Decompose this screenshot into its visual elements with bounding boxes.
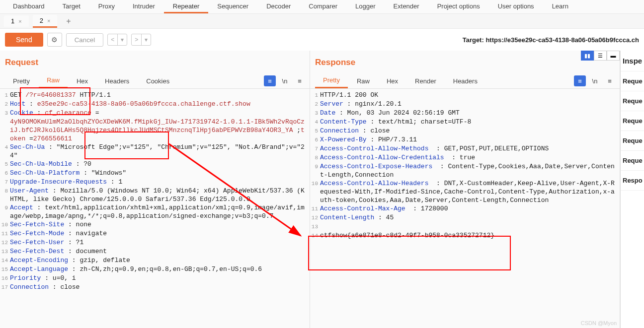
send-button[interactable]: Send bbox=[5, 33, 43, 47]
view-tab-headers[interactable]: Headers bbox=[97, 74, 137, 88]
request-editor[interactable]: 1GET /?r=646081337 HTTP/1.12Host : e35ee… bbox=[0, 89, 310, 328]
chevron-down-icon: ▾ bbox=[118, 34, 127, 45]
inspector-section[interactable]: Reque bbox=[621, 111, 644, 131]
add-tab-button[interactable]: + bbox=[63, 17, 74, 26]
line-number: 14 bbox=[310, 231, 320, 240]
line-number: 3 bbox=[310, 109, 320, 118]
line-text: Accept : text/html,application/xhtml+xml… bbox=[10, 203, 310, 220]
line-text: Sec-Fetch-User : ?1 bbox=[10, 238, 310, 247]
layout-toggles: ▮▮ ☰ ▬ bbox=[581, 51, 620, 61]
line-text: Connection : close bbox=[10, 283, 310, 292]
code-line: 14Accept-Encoding : gzip, deflate bbox=[0, 256, 310, 265]
line-number: 4 bbox=[0, 143, 10, 160]
line-number: 4 bbox=[310, 118, 320, 127]
line-text: Access-Control-Allow-Credentials : true bbox=[320, 153, 620, 162]
main-split: Request PrettyRawHexHeadersCookies≡\n≡ 1… bbox=[0, 51, 644, 328]
main-tab-extender[interactable]: Extender bbox=[385, 0, 428, 13]
line-text: Content-Length : 45 bbox=[320, 213, 620, 222]
main-tab-project-options[interactable]: Project options bbox=[428, 0, 489, 13]
main-tab-user-options[interactable]: User options bbox=[489, 0, 543, 13]
layout-single-icon[interactable]: ▬ bbox=[607, 51, 620, 61]
newline-icon[interactable]: \n bbox=[589, 75, 601, 86]
code-line: 3Date : Mon, 03 Jun 2024 02:56:19 GMT bbox=[310, 109, 620, 118]
inspector-panel: InspeRequeRequeRequeRequeRequeRespo bbox=[620, 51, 644, 328]
main-tab-decoder[interactable]: Decoder bbox=[257, 0, 300, 13]
view-tab-raw[interactable]: Raw bbox=[39, 73, 68, 88]
inspector-section[interactable]: Inspe bbox=[621, 51, 644, 71]
main-tab-repeater[interactable]: Repeater bbox=[164, 0, 208, 13]
view-tab-raw[interactable]: Raw bbox=[349, 74, 378, 88]
line-text: ctfshow{a6e871e8-c8d2-49f7-b958-0ca33527… bbox=[320, 231, 620, 240]
line-number: 9 bbox=[0, 203, 10, 220]
history-back-group[interactable]: < ▾ bbox=[107, 34, 127, 46]
line-number: 1 bbox=[0, 91, 10, 100]
inspector-section[interactable]: Reque bbox=[621, 71, 644, 91]
view-tab-pretty[interactable]: Pretty bbox=[5, 74, 38, 88]
inspector-section[interactable]: Reque bbox=[621, 131, 644, 151]
line-number: 15 bbox=[0, 265, 10, 274]
line-text: Sec-Ch-Ua-Mobile : ?0 bbox=[10, 160, 310, 169]
line-text: Cookie : cf_clearance = bbox=[10, 109, 310, 118]
line-number: 7 bbox=[310, 144, 320, 153]
view-tab-headers[interactable]: Headers bbox=[445, 74, 485, 88]
cancel-button[interactable]: Cancel bbox=[66, 33, 104, 47]
close-icon[interactable]: × bbox=[47, 18, 50, 24]
line-text: 4yN9OMOKmUlmM2aOlbqhZYOcXDeWK6M.fMipkGj_… bbox=[10, 118, 310, 143]
repeater-tab-2[interactable]: 2× bbox=[33, 15, 58, 28]
action-bar: Send ⚙ Cancel < ▾ > ▾ Target: https://e3… bbox=[0, 29, 644, 51]
chevron-right-icon: > bbox=[132, 34, 142, 45]
main-tab-target[interactable]: Target bbox=[54, 0, 89, 13]
line-number: 3 bbox=[0, 109, 10, 118]
code-line: 15Accept-Language : zh-CN,zh;q=0.9,en;q=… bbox=[0, 265, 310, 274]
main-tab-logger[interactable]: Logger bbox=[346, 0, 384, 13]
line-number: 1 bbox=[310, 91, 320, 100]
view-tab-hex[interactable]: Hex bbox=[379, 74, 406, 88]
code-line: 9Access-Control-Expose-Headers : Content… bbox=[310, 162, 620, 179]
view-tab-cookies[interactable]: Cookies bbox=[138, 74, 177, 88]
close-icon[interactable]: × bbox=[18, 18, 21, 24]
main-tab-intruder[interactable]: Intruder bbox=[124, 0, 164, 13]
format-icon[interactable]: ≡ bbox=[574, 75, 586, 86]
menu-icon[interactable]: ≡ bbox=[294, 75, 306, 86]
main-tab-sequencer[interactable]: Sequencer bbox=[208, 0, 257, 13]
code-line: 7Access-Control-Allow-Methods : GET,POST… bbox=[310, 144, 620, 153]
line-number: 12 bbox=[310, 213, 320, 222]
settings-button[interactable]: ⚙ bbox=[47, 33, 62, 47]
format-icon[interactable]: ≡ bbox=[264, 75, 276, 86]
inspector-section[interactable]: Reque bbox=[621, 91, 644, 111]
view-tab-hex[interactable]: Hex bbox=[69, 74, 96, 88]
request-panel: Request PrettyRawHexHeadersCookies≡\n≡ 1… bbox=[0, 51, 310, 328]
inspector-section[interactable]: Reque bbox=[621, 151, 644, 171]
main-tab-comparer[interactable]: Comparer bbox=[300, 0, 346, 13]
layout-columns-icon[interactable]: ▮▮ bbox=[581, 51, 594, 61]
code-line: 14ctfshow{a6e871e8-c8d2-49f7-b958-0ca335… bbox=[310, 231, 620, 240]
line-number bbox=[0, 118, 10, 143]
line-number: 13 bbox=[310, 222, 320, 231]
target-label: Target: https://e35ee29c-ca53-4138-8a06-… bbox=[463, 36, 639, 44]
history-forward-group[interactable]: > ▾ bbox=[131, 34, 151, 46]
code-line: 6Sec-Ch-Ua-Platform : "Windows" bbox=[0, 169, 310, 178]
menu-icon[interactable]: ≡ bbox=[604, 75, 616, 86]
code-line: 11Access-Control-Max-Age : 1728000 bbox=[310, 204, 620, 213]
inspector-section[interactable]: Respo bbox=[621, 171, 644, 191]
line-text: User-Agent : Mozilla/5.0 (Windows NT 10.… bbox=[10, 187, 310, 203]
line-number: 16 bbox=[0, 274, 10, 283]
response-panel: ▮▮ ☰ ▬ Response PrettyRawHexRenderHeader… bbox=[310, 51, 620, 328]
main-tab-proxy[interactable]: Proxy bbox=[89, 0, 124, 13]
line-number: 8 bbox=[0, 187, 10, 203]
view-tab-render[interactable]: Render bbox=[407, 74, 444, 88]
code-line: 4yN9OMOKmUlmM2aOlbqhZYOcXDeWK6M.fMipkGj_… bbox=[0, 118, 310, 143]
code-line: 10Sec-Fetch-Site : none bbox=[0, 220, 310, 229]
code-line: 12Content-Length : 45 bbox=[310, 213, 620, 222]
code-line: 12Sec-Fetch-User : ?1 bbox=[0, 238, 310, 247]
repeater-tab-1[interactable]: 1× bbox=[4, 15, 29, 27]
main-tab-learn[interactable]: Learn bbox=[543, 0, 577, 13]
line-number: 12 bbox=[0, 238, 10, 247]
code-line: 2Server : nginx/1.20.1 bbox=[310, 100, 620, 109]
line-text: Date : Mon, 03 Jun 2024 02:56:19 GMT bbox=[320, 109, 620, 118]
main-tab-dashboard[interactable]: Dashboard bbox=[4, 0, 54, 13]
response-viewer[interactable]: 1HTTP/1.1 200 OK2Server : nginx/1.20.13D… bbox=[310, 89, 620, 328]
newline-icon[interactable]: \n bbox=[279, 75, 291, 86]
view-tab-pretty[interactable]: Pretty bbox=[315, 73, 348, 88]
layout-rows-icon[interactable]: ☰ bbox=[594, 51, 607, 61]
